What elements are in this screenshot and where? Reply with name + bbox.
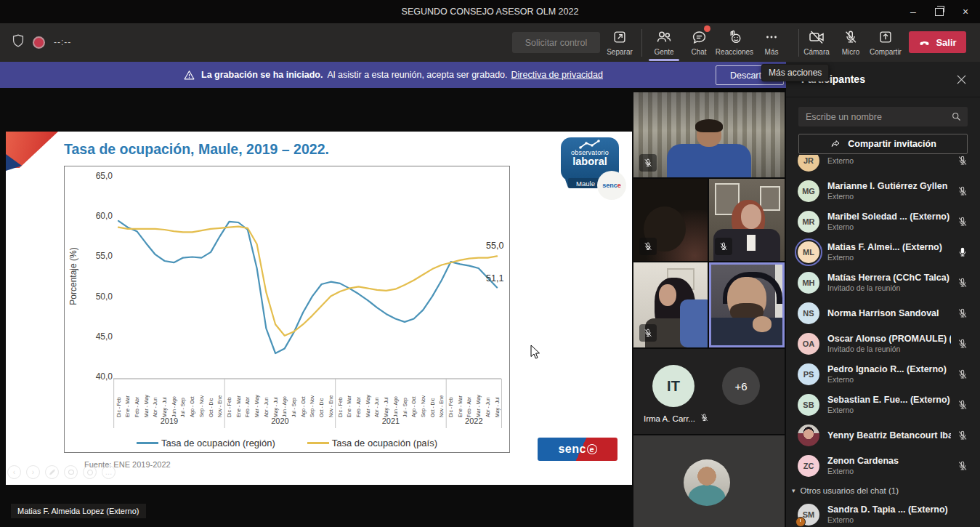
toolbar-button-chat[interactable]: Chat (679, 28, 719, 56)
svg-text:Dic - Feb: Dic - Feb (448, 397, 453, 417)
overflow-participants-panel: IT +6 Irma A. Carr... (633, 349, 785, 434)
participant-subtitle: Invitado de la reunión (827, 345, 951, 353)
avatar: MH (798, 272, 819, 294)
svg-text:Feb - Abr: Feb - Abr (245, 396, 250, 417)
participant-row[interactable]: MGMarianne I. Gutiérrez GyllenExterno (786, 177, 980, 205)
more-participants-badge[interactable]: +6 (722, 367, 760, 405)
svg-text:51,1: 51,1 (486, 273, 503, 283)
minimize-button[interactable]: – (902, 1, 925, 22)
svg-text:Jul - Sep: Jul - Sep (402, 398, 408, 417)
svg-text:Mar - May: Mar - May (144, 395, 150, 417)
svg-text:Sep - Nov: Sep - Nov (421, 395, 426, 417)
mic-off-icon (957, 277, 968, 289)
participant-row[interactable]: MHMatías Herrera (CChC Talca) (Inv...Inv… (786, 268, 980, 297)
svg-text:Oct - Dic: Oct - Dic (208, 398, 214, 417)
participant-search[interactable] (798, 107, 968, 126)
svg-text:65,0: 65,0 (96, 171, 113, 181)
close-button[interactable]: × (954, 1, 977, 22)
participant-row[interactable]: MLMatias F. Almei... (Externo)Externo (786, 238, 980, 266)
avatar (798, 425, 819, 446)
mic-off-badge (639, 324, 657, 342)
participant-row[interactable]: SMSandra D. Tapia ... (Externo)Externo (786, 500, 980, 527)
window-titlebar: SEGUNDO CONSEJO ASESOR OLM 2022 – × (0, 0, 980, 23)
svg-text:Feb - Abr: Feb - Abr (356, 396, 361, 417)
person-silhouette (709, 318, 785, 345)
close-panel-icon[interactable] (954, 72, 968, 87)
participant-row[interactable]: ZCZenon CardenasExterno (786, 451, 980, 480)
participant-subtitle: Externo (827, 375, 951, 384)
svg-text:Feb - Abr: Feb - Abr (466, 396, 471, 417)
search-input[interactable] (798, 112, 951, 122)
svg-text:May - Jul: May - Jul (162, 397, 168, 417)
meeting-toolbar: --:-- Solicitar control Separar Gente Ch… (0, 23, 980, 62)
svg-text:Ene - Mar: Ene - Mar (125, 395, 130, 417)
toolbar-button-separar[interactable]: Separar (599, 28, 640, 56)
toolbar-button-compartir[interactable]: Compartir (865, 28, 906, 56)
person-silhouette (697, 124, 721, 147)
leave-button[interactable]: Salir (909, 31, 966, 53)
mic-off-badge (639, 238, 657, 255)
wall-frame (760, 186, 780, 211)
participant-subtitle: Externo (827, 253, 951, 262)
pen-icon (45, 465, 59, 479)
svg-text:Ene - Mar: Ene - Mar (347, 395, 352, 417)
participant-subtitle: Externo (827, 467, 951, 475)
slide-nav-controls[interactable]: ‹› … (7, 465, 116, 479)
avatar: ZC (798, 455, 819, 477)
participant-row[interactable]: Yenny Beatriz Betancourt Ibañez (786, 421, 980, 449)
share-invitation-button[interactable]: Compartir invitación (798, 134, 968, 154)
mouse-cursor (530, 345, 541, 361)
participant-row[interactable]: PSPedro Ignacio R... (Externo)Externo (786, 360, 980, 388)
occupation-rate-chart: 65,060,055,050,045,040,0Porcentaje (%)20… (64, 166, 510, 453)
privacy-policy-link[interactable]: Directiva de privacidad (511, 70, 603, 80)
participants-panel: Participantes Compartir invitación JRExt… (786, 62, 980, 527)
toolbar-button-mas[interactable]: Más (751, 28, 792, 56)
participant-subtitle: Externo (827, 222, 951, 231)
prev-slide-icon: ‹ (7, 465, 21, 479)
participant-row[interactable]: MRMaribel Soledad ... (Externo)Externo (786, 207, 980, 236)
participant-name: Oscar Alonso (PROMAULE) (In... (827, 334, 951, 344)
participant-subtitle: Externo (827, 156, 951, 165)
legend-swatch (137, 442, 158, 444)
svg-text:Ago - Oct: Ago - Oct (301, 396, 307, 417)
more-controls-icon: … (102, 465, 116, 479)
person-silhouette (727, 277, 766, 321)
share-invite-icon (830, 138, 841, 150)
trend-line-icon (578, 139, 602, 150)
share-screen-icon (878, 28, 894, 47)
banner-text: Al asistir a esta reunión, acepta ser gr… (327, 70, 507, 80)
svg-text:Dic - Feb: Dic - Feb (338, 397, 343, 417)
toolbar-button-reacciones[interactable]: Reacciones (714, 28, 755, 56)
camera-off-icon (808, 28, 825, 47)
svg-text:Abr - Jun: Abr - Jun (374, 397, 379, 417)
participant-name: Marianne I. Gutiérrez Gyllen (827, 181, 951, 191)
svg-text:Sep - Nov: Sep - Nov (199, 395, 205, 417)
person-silhouette (747, 235, 756, 251)
video-tile[interactable] (633, 92, 785, 177)
video-tile-active-speaker[interactable] (709, 262, 785, 347)
people-icon (655, 28, 673, 47)
svg-text:Oct - Dic: Oct - Dic (430, 398, 435, 417)
chat-users-section-header[interactable]: ▾Otros usuarios del chat (1) (786, 482, 980, 500)
participant-row[interactable]: SBSebastian E. Fue... (Externo)Externo (786, 390, 980, 419)
avatar[interactable]: IT (652, 365, 694, 407)
svg-text:Dic - Feb: Dic - Feb (227, 397, 232, 417)
video-tile[interactable] (709, 179, 785, 261)
participant-row[interactable]: OAOscar Alonso (PROMAULE) (In...Invitado… (786, 329, 980, 358)
participant-row[interactable]: JRExterno (786, 155, 980, 174)
avatar: SB (798, 394, 819, 416)
svg-text:Jun - Ago: Jun - Ago (171, 396, 177, 417)
presenter-name-label: Matias F. Almeida Lopez (Externo) (11, 504, 146, 518)
maximize-button[interactable] (928, 1, 951, 22)
shared-slide: Tasa de ocupación, Maule, 2019 – 2022. 6… (6, 132, 632, 485)
svg-text:Sep - Nov: Sep - Nov (309, 395, 315, 417)
svg-text:Nov - Ene: Nov - Ene (217, 395, 222, 417)
participant-row[interactable]: NSNorma Harrison Sandoval (786, 299, 980, 327)
mic-off-badge (715, 238, 732, 255)
video-tile[interactable] (633, 262, 708, 347)
video-tile[interactable] (633, 179, 708, 261)
svg-text:40,0: 40,0 (96, 371, 113, 382)
request-control-button[interactable]: Solicitar control (512, 32, 600, 53)
mic-off-icon (957, 430, 968, 441)
legend-item: Tasa de ocupación (país) (307, 438, 437, 448)
